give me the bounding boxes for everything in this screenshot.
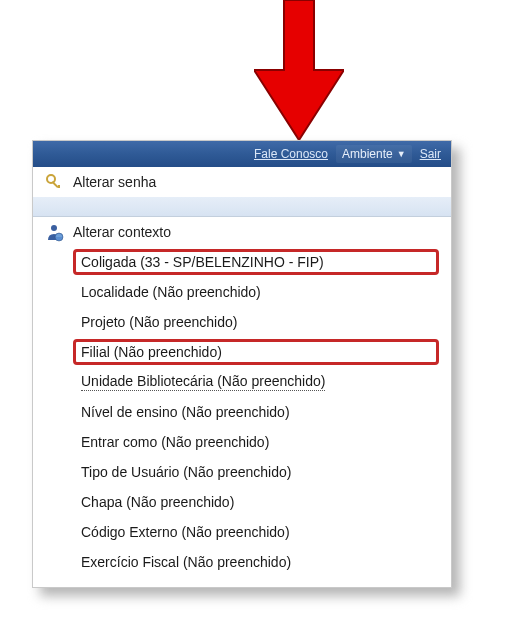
context-item[interactable]: Entrar como (Não preenchido)	[33, 427, 451, 457]
context-item-label: Código Externo (Não preenchido)	[81, 524, 290, 540]
context-item-label: Nível de ensino (Não preenchido)	[81, 404, 290, 420]
sub-bar	[33, 197, 451, 217]
context-item[interactable]: Projeto (Não preenchido)	[33, 307, 451, 337]
logout-link[interactable]: Sair	[416, 147, 445, 161]
environment-label: Ambiente	[342, 147, 393, 161]
context-item-label: Coligada (33 - SP/BELENZINHO - FIP)	[81, 254, 324, 270]
context-item-label: Unidade Bibliotecária (Não preenchido)	[81, 373, 325, 391]
context-item-label: Entrar como (Não preenchido)	[81, 434, 269, 450]
context-item-label: Projeto (Não preenchido)	[81, 314, 237, 330]
context-item-label: Chapa (Não preenchido)	[81, 494, 234, 510]
environment-dropdown[interactable]: Ambiente ▼	[336, 145, 412, 163]
context-item[interactable]: Código Externo (Não preenchido)	[33, 517, 451, 547]
context-item-label: Tipo de Usuário (Não preenchido)	[81, 464, 291, 480]
key-icon	[43, 171, 65, 193]
context-item[interactable]: Coligada (33 - SP/BELENZINHO - FIP)	[33, 247, 451, 277]
context-item[interactable]: Tipo de Usuário (Não preenchido)	[33, 457, 451, 487]
user-context-icon	[43, 221, 65, 243]
context-item-label: Filial (Não preenchido)	[81, 344, 222, 360]
context-item[interactable]: Localidade (Não preenchido)	[33, 277, 451, 307]
instruction-arrow	[254, 0, 344, 140]
context-item[interactable]: Chapa (Não preenchido)	[33, 487, 451, 517]
context-item-label: Localidade (Não preenchido)	[81, 284, 261, 300]
context-item[interactable]: Unidade Bibliotecária (Não preenchido)	[33, 367, 451, 397]
change-context-label: Alterar contexto	[73, 224, 171, 240]
top-bar: Fale Conosco Ambiente ▼ Sair	[33, 141, 451, 167]
change-password-label: Alterar senha	[73, 174, 156, 190]
menu-body: Alterar senha Alterar contexto Coligada …	[33, 167, 451, 587]
change-context-row[interactable]: Alterar contexto	[33, 217, 451, 247]
change-password-row[interactable]: Alterar senha	[33, 167, 451, 197]
svg-rect-1	[52, 181, 59, 188]
context-item-label: Exercício Fiscal (Não preenchido)	[81, 554, 291, 570]
context-item[interactable]: Nível de ensino (Não preenchido)	[33, 397, 451, 427]
context-item[interactable]: Filial (Não preenchido)	[33, 337, 451, 367]
svg-rect-2	[58, 185, 60, 188]
context-menu-panel: Fale Conosco Ambiente ▼ Sair Alterar sen…	[32, 140, 452, 588]
svg-point-3	[51, 225, 57, 231]
caret-down-icon: ▼	[397, 149, 406, 159]
context-item[interactable]: Exercício Fiscal (Não preenchido)	[33, 547, 451, 577]
contact-link[interactable]: Fale Conosco	[250, 147, 332, 161]
